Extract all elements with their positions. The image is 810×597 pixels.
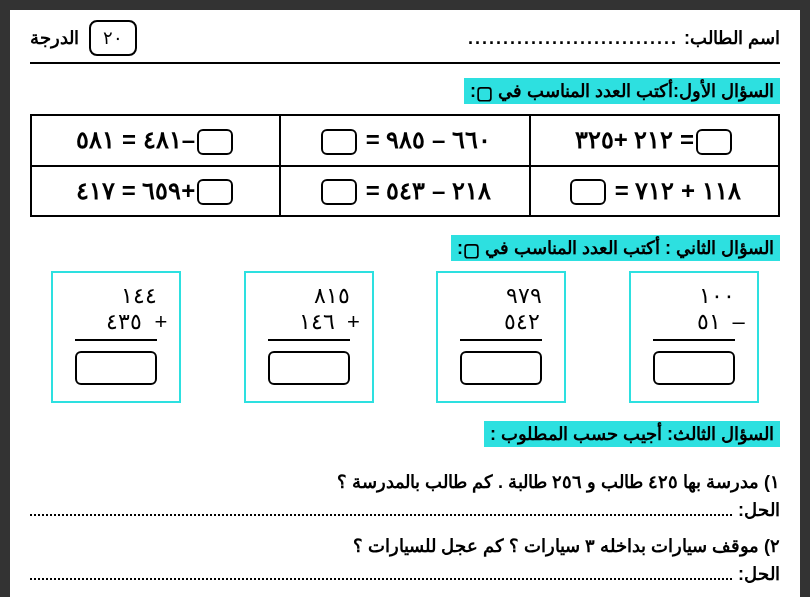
- student-label: اسم الطالب:: [684, 27, 780, 49]
- answer-box[interactable]: [321, 179, 357, 205]
- student-name-field: اسم الطالب: ............................…: [468, 27, 780, 49]
- q2-p1-bottom: ٤٣٥: [106, 309, 146, 335]
- q2-p3-bottom-row: ٥٤٢: [456, 309, 546, 335]
- q1-cell-r2c1: = ١١٨ + ٧١٢: [530, 166, 779, 217]
- q2-p1-top: ١٤٤: [71, 283, 161, 309]
- q1-r2c3-text: ٦٥٩ = ٤١٧+: [76, 177, 195, 204]
- score-box: ٢٠: [89, 20, 137, 56]
- q3-p2: ٢) موقف سيارات بداخله ٣ سيارات ؟ كم عجل …: [30, 535, 780, 557]
- q3-section: السؤال الثالث: أجيب حسب المطلوب : ١) مدر…: [30, 421, 780, 597]
- q2-p1-bottom-row: ٤٣٥ +: [71, 309, 161, 335]
- student-dots: ..............................: [468, 28, 678, 49]
- worksheet-page: اسم الطالب: ............................…: [10, 10, 800, 597]
- answer-box[interactable]: [696, 129, 732, 155]
- q3-p2-solution: الحل:: [30, 563, 780, 585]
- solution-label: الحل:: [738, 563, 780, 585]
- q2-problem-1: ١٤٤ ٤٣٥ +: [51, 271, 181, 403]
- q2-title: السؤال الثاني : أكتب العدد المناسب في ▢:: [451, 235, 780, 261]
- q1-title: السؤال الأول:أكتب العدد المناسب في ▢:: [464, 78, 780, 104]
- answer-box[interactable]: [653, 351, 735, 385]
- solution-label: الحل:: [738, 499, 780, 521]
- q1-r1c2-text: = ٦٦٠ – ٩٨٥: [366, 126, 491, 153]
- q1-title-prefix: السؤال الأول:أكتب العدد المناسب في: [493, 81, 774, 101]
- q3-p1: ١) مدرسة بها ٤٢٥ طالب و ٢٥٦ طالبة . كم ط…: [30, 471, 780, 493]
- q2-p2-bottom-row: ١٤٦ +: [264, 309, 354, 335]
- q1-r1c3-text: ٤٨١ = ٥٨١–: [76, 126, 195, 153]
- plus-icon: +: [154, 309, 167, 335]
- q1-cell-r2c3: ٦٥٩ = ٤١٧+: [31, 166, 280, 217]
- answer-box[interactable]: [197, 179, 233, 205]
- grade-box: ٢٠ الدرجة: [30, 20, 137, 56]
- q2-row: ١٤٤ ٤٣٥ + ٨١٥ ١٤٦ + ٩٧٩: [30, 271, 780, 403]
- q2-p3-bottom: ٥٤٢: [504, 309, 544, 335]
- q2-p2-top: ٨١٥: [264, 283, 354, 309]
- q2-title-prefix: السؤال الثاني : أكتب العدد المناسب في: [480, 238, 774, 258]
- dotline[interactable]: [30, 502, 732, 516]
- q1-section: السؤال الأول:أكتب العدد المناسب في ▢: ٢١…: [30, 78, 780, 217]
- q3-p1-solution: الحل:: [30, 499, 780, 521]
- q1-cell-r1c3: ٤٨١ = ٥٨١–: [31, 115, 280, 166]
- q1-table: ٢١٢ +٣٢٥ = = ٦٦٠ – ٩٨٥ ٤٨١ = ٥٨١– = ١١٨ …: [30, 114, 780, 217]
- divider: [30, 62, 780, 64]
- q2-section: السؤال الثاني : أكتب العدد المناسب في ▢:…: [30, 235, 780, 403]
- hline: [75, 339, 157, 341]
- q2-p3-top: ٩٧٩: [456, 283, 546, 309]
- score-value: ٢٠: [103, 27, 123, 49]
- hline: [268, 339, 350, 341]
- answer-box[interactable]: [570, 179, 606, 205]
- q3-title: السؤال الثالث: أجيب حسب المطلوب :: [484, 421, 780, 447]
- header-row: اسم الطالب: ............................…: [30, 20, 780, 56]
- grade-label: الدرجة: [30, 27, 79, 49]
- dotline[interactable]: [30, 566, 732, 580]
- q2-problem-3: ٩٧٩ ٥٤٢: [436, 271, 566, 403]
- q2-p4-bottom: ٥١: [697, 309, 725, 335]
- q1-cell-r2c2: = ٢١٨ – ٥٤٣: [280, 166, 529, 217]
- q2-problem-4: ١٠٠ ٥١ –: [629, 271, 759, 403]
- q2-p4-bottom-row: ٥١ –: [649, 309, 739, 335]
- minus-icon: –: [733, 309, 745, 335]
- q2-problem-2: ٨١٥ ١٤٦ +: [244, 271, 374, 403]
- answer-box[interactable]: [268, 351, 350, 385]
- q2-p2-bottom: ١٤٦: [299, 309, 339, 335]
- hline: [653, 339, 735, 341]
- answer-box[interactable]: [321, 129, 357, 155]
- q2-p4-top: ١٠٠: [649, 283, 739, 309]
- box-icon: ▢: [463, 239, 480, 261]
- answer-box[interactable]: [197, 129, 233, 155]
- hline: [460, 339, 542, 341]
- answer-box[interactable]: [75, 351, 157, 385]
- q1-r2c2-text: = ٢١٨ – ٥٤٣: [366, 177, 491, 204]
- q1-r2c1-text: = ١١٨ + ٧١٢: [615, 177, 741, 204]
- q1-cell-r1c2: = ٦٦٠ – ٩٨٥: [280, 115, 529, 166]
- box-icon: ▢: [476, 82, 493, 104]
- q1-cell-r1c1: ٢١٢ +٣٢٥ =: [530, 115, 779, 166]
- q1-r1c1-text: ٢١٢ +٣٢٥ =: [575, 126, 694, 153]
- plus-icon: +: [347, 309, 360, 335]
- answer-box[interactable]: [460, 351, 542, 385]
